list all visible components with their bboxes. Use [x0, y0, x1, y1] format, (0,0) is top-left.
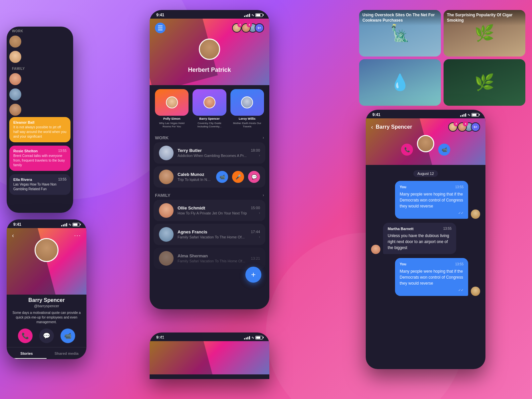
- msg-name-terry: Terry Butler: [178, 148, 247, 153]
- story-card-barry[interactable]: [193, 89, 226, 116]
- msg-avatar-caleb: [159, 170, 174, 184]
- bottom-signal-icon: [244, 335, 250, 339]
- family-section-arrow[interactable]: ›: [263, 193, 264, 198]
- avatar-person-3: [9, 73, 21, 85]
- caleb-action-btns: 📹 🎤 💬: [216, 171, 260, 183]
- chat-bubble-meta-recv: Martha Barnett 13:55: [388, 226, 452, 232]
- chat-msg-sent-1: You 13:55 Many people were hoping that i…: [371, 181, 480, 219]
- blog-card-cigar-title: The Surprising Popularity Of Cigar Smoki…: [444, 10, 525, 26]
- profile-message-button[interactable]: 💬: [39, 329, 54, 343]
- chat-bubble-recv-1[interactable]: Martha Barnett 13:55 Unless you have the…: [383, 223, 456, 254]
- avatar-person-4: [9, 88, 21, 100]
- msg-text-ella: Las Vegas How To Have Non Gambling Relat…: [13, 182, 66, 192]
- msg-right-caleb: 📹 🎤 💬: [216, 171, 260, 183]
- profile-call-button[interactable]: 📞: [18, 329, 33, 343]
- blog-card-cigar[interactable]: 🌿 The Surprising Popularity Of Cigar Smo…: [444, 10, 525, 57]
- blog-card-cookware[interactable]: 🗽 Using Overstock Sites On The Net For C…: [359, 10, 441, 57]
- profile-avatar-wrap: [35, 238, 59, 262]
- profile-handle: @barryspencer: [12, 304, 81, 308]
- avatar-item-4[interactable]: [9, 87, 70, 102]
- story-desc-leroy: Mother Earth Hosts Our Travels: [230, 122, 264, 129]
- story-item-leroy[interactable]: Leroy Willis Mother Earth Hosts Our Trav…: [230, 89, 264, 129]
- avatar-item-3[interactable]: [9, 72, 70, 86]
- chat-call-button[interactable]: 📞: [401, 144, 413, 156]
- chat-time-recv: 13:55: [443, 226, 452, 231]
- chat-bubble-sent-1[interactable]: You 13:55 Many people were hoping that i…: [395, 181, 468, 219]
- chat-text-recv: Unless you have the dubious living right…: [388, 233, 452, 251]
- fab-compose-button[interactable]: +: [245, 267, 261, 283]
- chat-battery-icon: [471, 113, 479, 117]
- avatar-item-2[interactable]: [9, 50, 70, 64]
- tab-stories[interactable]: Stories: [7, 351, 47, 359]
- msg-time-terry: 18:00: [251, 148, 260, 152]
- msg-name-agnes: Agnes Francis: [178, 229, 247, 234]
- msg-time-alma: 13:21: [251, 256, 260, 260]
- msg-list-alma[interactable]: Alma Sherman Family Safari Vacation To T…: [154, 248, 265, 269]
- blog-card-water[interactable]: 💧: [359, 59, 441, 106]
- msg-list-ollie[interactable]: Ollie Schmidt How To Fly A Private Jet O…: [154, 200, 265, 221]
- story-item-polly[interactable]: Polly Simon Why Las Vegas Hotel Rooms Fo…: [155, 89, 189, 129]
- tab-shared-media[interactable]: Shared media: [47, 351, 86, 359]
- msg-list-agnes[interactable]: Agnes Francis Family Safari Vacation To …: [154, 224, 265, 245]
- bottom-wifi-icon: ∿: [251, 336, 254, 339]
- profile-more-button[interactable]: ···: [74, 232, 81, 239]
- chat-bubble-meta-1: You 13:55: [400, 184, 464, 190]
- profile-avatar: [35, 238, 59, 262]
- hero-plus-badge[interactable]: 5+: [255, 23, 264, 33]
- profile-video-button[interactable]: 📹: [61, 329, 75, 343]
- msg-right-terry: 18:00 ›: [251, 148, 260, 157]
- avatar-badge-2: 4: [247, 22, 252, 27]
- phone-bottom-partial: 9:41 ∿: [150, 332, 269, 379]
- caleb-msg-btn[interactable]: 💬: [248, 171, 260, 183]
- avatar-person-1: [9, 36, 21, 48]
- story-name-barry: Barry Spencer: [199, 117, 220, 120]
- message-bubble-list: Eleanor Ball It is not always possible t…: [7, 117, 73, 195]
- chat-msg-sent-2: You 13:55 Many people were hoping that i…: [371, 258, 480, 296]
- chat-back-button[interactable]: ‹: [371, 124, 373, 131]
- blog-card-plant[interactable]: 🌿: [444, 59, 525, 106]
- avatar-item-5[interactable]: [9, 102, 70, 117]
- chat-signal-icon: [460, 113, 466, 117]
- blog-card-plant-img: 🌿: [444, 59, 525, 106]
- msg-text-agnes: Family Safari Vacation To The Home Of...: [178, 235, 247, 239]
- msg-text-rosie: Brent Conrad talks with everyone from, f…: [13, 154, 66, 168]
- msg-content-caleb: Caleb Munoz Trip To Iqaluit In Nun...: [178, 172, 212, 182]
- work-section-arrow[interactable]: ›: [263, 135, 264, 140]
- chat-contact-name: Barry Spencer: [376, 124, 446, 130]
- hero-center-avatar: [199, 39, 220, 60]
- profile-back-button[interactable]: ‹: [12, 232, 14, 239]
- msg-content-alma: Alma Sherman Family Safari Vacation To T…: [178, 253, 247, 263]
- msg-text-caleb: Trip To Iqaluit In Nun...: [178, 178, 212, 182]
- msg-list-caleb[interactable]: Caleb Munoz Trip To Iqaluit In Nun... 📹 …: [154, 166, 265, 188]
- status-bar-main: 9:41 ∿: [150, 10, 269, 19]
- chat-bubble-sent-2[interactable]: You 13:55 Many people were hoping that i…: [395, 258, 468, 296]
- msg-content-ollie: Ollie Schmidt How To Fly A Private Jet O…: [178, 205, 247, 215]
- family-section-header: FAMILY ›: [150, 190, 269, 200]
- message-bubble-eleanor[interactable]: Eleanor Ball It is not always possible t…: [9, 117, 70, 142]
- msg-time-ollie: 15:00: [251, 206, 260, 210]
- msg-name-ollie: Ollie Schmidt: [178, 205, 247, 210]
- story-item-barry[interactable]: Barry Spencer Coventry City Guide Includ…: [193, 89, 226, 129]
- caleb-video-btn[interactable]: 📹: [216, 171, 228, 183]
- message-bubble-rosie[interactable]: Rosie Shelton 13:55 Brent Conrad talks w…: [9, 146, 70, 171]
- msg-text-eleanor: It is not always possible to jet off hal…: [13, 125, 66, 139]
- message-bubble-ella[interactable]: Ella Rivera 13:55 Las Vegas How To Have …: [9, 174, 70, 195]
- caleb-mic-btn[interactable]: 🎤: [232, 171, 244, 183]
- status-icons: ∿: [244, 13, 263, 17]
- hero-avatar-2-wrap: 4: [241, 23, 251, 33]
- chat-msg-received-1: Martha Barnett 13:55 Unless you have the…: [371, 223, 480, 254]
- chat-video-button[interactable]: 📹: [438, 144, 450, 156]
- avatar-item-1[interactable]: [9, 34, 70, 49]
- menu-button[interactable]: [155, 23, 166, 33]
- chat-text-2: Many people were hoping that if the Demo…: [400, 268, 464, 286]
- phone-messages-list: WORK FAMILY Elea: [7, 27, 73, 213]
- msg-text-terry: Addiction When Gambling Becomes A Pr...: [178, 154, 247, 158]
- msg-arrow-terry: ›: [259, 154, 260, 157]
- story-card-polly[interactable]: [155, 89, 189, 116]
- chat-plus-badge[interactable]: 5+: [471, 122, 480, 132]
- story-card-leroy[interactable]: [230, 89, 264, 116]
- msg-list-terry[interactable]: Terry Butler Addiction When Gambling Bec…: [154, 142, 265, 164]
- battery-icon: [255, 13, 263, 17]
- hero-content: 4 4 5+: [150, 19, 269, 33]
- chat-tick-2: ✓✓: [400, 288, 464, 293]
